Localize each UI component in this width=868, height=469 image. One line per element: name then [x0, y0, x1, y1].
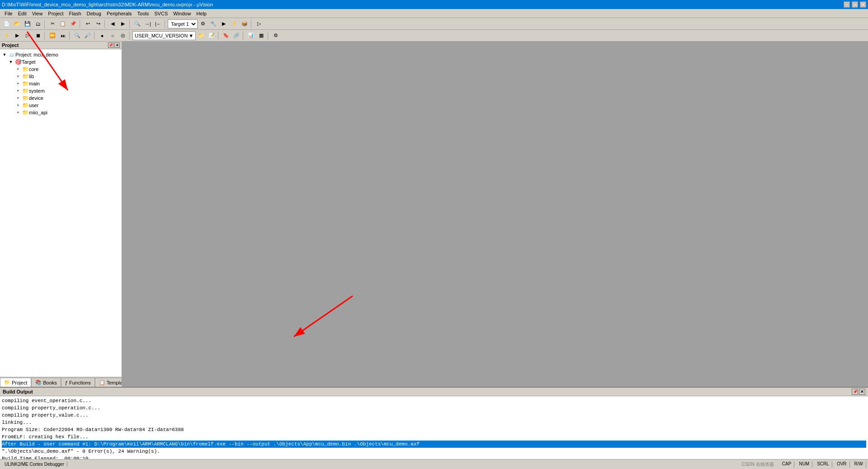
- tab-books[interactable]: 📚 Books: [31, 378, 61, 387]
- menu-bar: File Edit View Project Flash Debug Perip…: [0, 9, 868, 18]
- menu-tools[interactable]: Tools: [135, 10, 152, 17]
- tb2-btn5[interactable]: ⏩: [47, 31, 57, 41]
- status-cap: CAP: [779, 461, 795, 468]
- cut-button[interactable]: ✂: [47, 19, 57, 29]
- menu-help[interactable]: Help: [193, 10, 209, 17]
- tab-functions[interactable]: ƒ Functions: [61, 378, 95, 387]
- toolbar2-sep-4: [129, 32, 131, 40]
- tree-folder-miio-api[interactable]: + 📁 miio_api: [0, 109, 122, 116]
- menu-window[interactable]: Window: [170, 10, 193, 17]
- build-output-pin-button[interactable]: 📌: [852, 389, 858, 395]
- tb2-btn17[interactable]: ▩: [256, 31, 266, 41]
- toolbar-separator-1: [44, 20, 46, 28]
- tb2-btn13[interactable]: 📝: [207, 31, 217, 41]
- tb2-btn6[interactable]: ⏭: [58, 31, 68, 41]
- tb2-btn11[interactable]: ◎: [118, 31, 128, 41]
- toolbar2-sep-7: [268, 32, 269, 40]
- tb2-btn1[interactable]: ⚡: [2, 31, 12, 41]
- restore-button[interactable]: ▭: [852, 1, 858, 8]
- tb2-btn18[interactable]: ⚙: [271, 31, 281, 41]
- window-controls[interactable]: ─ ▭ ✕: [844, 1, 866, 8]
- find-button[interactable]: 🔍: [132, 19, 142, 29]
- project-icon: 🗂: [8, 52, 15, 58]
- start-debug-button[interactable]: ▷: [254, 19, 264, 29]
- tab-project[interactable]: 📁 Project: [0, 378, 31, 387]
- tb2-btn15[interactable]: 🔗: [231, 31, 241, 41]
- target-icon: 🎯: [14, 59, 22, 65]
- manage-button[interactable]: 🔧: [208, 19, 218, 29]
- paste-button[interactable]: 📌: [68, 19, 78, 29]
- menu-peripherals[interactable]: Peripherals: [104, 10, 135, 17]
- tb2-btn16[interactable]: 📊: [246, 31, 256, 41]
- close-button[interactable]: ✕: [860, 1, 866, 8]
- menu-project[interactable]: Project: [45, 10, 66, 17]
- batch-build-button[interactable]: 📦: [240, 19, 250, 29]
- expander-target[interactable]: ▼: [7, 60, 14, 64]
- editor-area[interactable]: [122, 42, 868, 387]
- indent-button[interactable]: →|: [143, 19, 153, 29]
- tree-folder-lib[interactable]: + 📁 lib: [0, 73, 122, 80]
- menu-svcs[interactable]: SVCS: [151, 10, 170, 17]
- tab-templates[interactable]: 📋 Templates: [95, 378, 122, 387]
- toolbar-separator-3: [104, 20, 106, 28]
- menu-edit[interactable]: Edit: [15, 10, 29, 17]
- navigate-fwd-button[interactable]: ▶: [118, 19, 128, 29]
- version-label-container: USER_MCU_VERSION ▼: [132, 31, 196, 40]
- tb2-btn10[interactable]: ○: [108, 31, 118, 41]
- expander-core[interactable]: +: [14, 67, 22, 71]
- expander-miio-api[interactable]: +: [14, 110, 22, 115]
- folder-core-icon: 📁: [22, 66, 29, 72]
- build-target-button[interactable]: ▶: [219, 19, 229, 29]
- status-ovr: OVR: [834, 461, 850, 468]
- project-pin-button[interactable]: 📌: [108, 42, 113, 48]
- tb2-btn8[interactable]: 🔎: [83, 31, 93, 41]
- tab-project-label: Project: [12, 380, 27, 385]
- tree-folder-user[interactable]: + 📁 user: [0, 102, 122, 109]
- tb2-btn9[interactable]: ●: [97, 31, 107, 41]
- tree-target[interactable]: ▼ 🎯 Target: [0, 58, 122, 66]
- folder-user-icon: 📁: [22, 102, 29, 108]
- new-file-button[interactable]: 📄: [2, 19, 12, 29]
- menu-flash[interactable]: Flash: [66, 10, 84, 17]
- title-bar: D:\MioT\WiFi\miot_device_mcu_demo_light\…: [0, 0, 868, 9]
- project-close-button[interactable]: ✕: [114, 42, 120, 48]
- project-root-label: Project: mcu_demo: [15, 52, 58, 57]
- save-button[interactable]: 💾: [23, 19, 33, 29]
- tb2-btn14[interactable]: 🔖: [221, 31, 231, 41]
- menu-view[interactable]: View: [29, 10, 46, 17]
- tree-folder-core[interactable]: + 📁 core: [0, 66, 122, 73]
- expander-root[interactable]: ▼: [1, 52, 8, 57]
- expander-lib[interactable]: +: [14, 74, 22, 79]
- redo-button[interactable]: ↪: [93, 19, 103, 29]
- expander-user[interactable]: +: [14, 103, 22, 108]
- tree-folder-main[interactable]: + 📁 main: [0, 80, 122, 87]
- tree-project-root[interactable]: ▼ 🗂 Project: mcu_demo: [0, 51, 122, 58]
- build-output-close-button[interactable]: ✕: [859, 389, 865, 395]
- tb2-btn3[interactable]: ▷: [23, 31, 33, 41]
- rebuild-button[interactable]: ⚡: [229, 19, 239, 29]
- copy-button[interactable]: 📋: [58, 19, 68, 29]
- debugger-status: ULINK2/ME Cortex Debugger: [2, 462, 67, 467]
- csdn-watermark: CSDN 在线答题: [742, 461, 778, 468]
- unindent-button[interactable]: |←: [153, 19, 163, 29]
- minimize-button[interactable]: ─: [844, 1, 850, 8]
- menu-file[interactable]: File: [2, 10, 15, 17]
- undo-button[interactable]: ↩: [83, 19, 93, 29]
- expander-system[interactable]: +: [14, 89, 22, 93]
- expander-main[interactable]: +: [14, 81, 22, 86]
- tb2-btn2[interactable]: ▶: [12, 31, 22, 41]
- tb2-btn7[interactable]: 🔍: [72, 31, 82, 41]
- toolbar-separator-2: [80, 20, 81, 28]
- target-options-button[interactable]: ⚙: [198, 19, 208, 29]
- menu-debug[interactable]: Debug: [84, 10, 104, 17]
- target-selector[interactable]: Target 1: [168, 19, 198, 28]
- save-all-button[interactable]: 🗂: [33, 19, 43, 29]
- tb2-btn12[interactable]: 📁: [196, 31, 206, 41]
- tree-folder-system[interactable]: + 📁 system: [0, 87, 122, 94]
- tree-folder-device[interactable]: + 📁 device: [0, 94, 122, 102]
- navigate-back-button[interactable]: ◀: [108, 19, 118, 29]
- tb2-btn4[interactable]: ◼: [33, 31, 43, 41]
- open-button[interactable]: 📂: [12, 19, 22, 29]
- expander-device[interactable]: +: [14, 96, 22, 100]
- tab-books-icon: 📚: [35, 380, 42, 385]
